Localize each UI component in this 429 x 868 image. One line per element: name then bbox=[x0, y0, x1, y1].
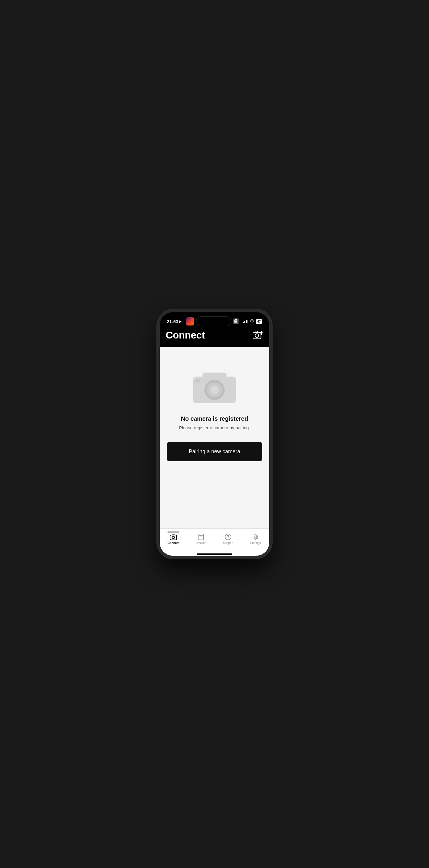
svg-rect-9 bbox=[203, 373, 227, 378]
svg-point-15 bbox=[172, 536, 175, 539]
header: Connect bbox=[160, 327, 269, 347]
tab-settings[interactable]: Settings bbox=[242, 532, 269, 545]
svg-rect-13 bbox=[195, 379, 200, 382]
svg-rect-5 bbox=[255, 331, 257, 333]
tab-active-indicator bbox=[168, 532, 179, 532]
wifi-icon bbox=[250, 319, 254, 324]
settings-icon bbox=[252, 533, 259, 540]
support-icon bbox=[225, 533, 232, 540]
pair-camera-button[interactable]: Pairing a new camera bbox=[167, 442, 262, 461]
status-center bbox=[186, 316, 239, 327]
tab-settings-label: Settings bbox=[250, 541, 261, 545]
home-indicator bbox=[160, 553, 269, 556]
svg-point-4 bbox=[255, 334, 259, 337]
svg-point-21 bbox=[228, 538, 228, 539]
svg-point-22 bbox=[255, 536, 257, 538]
svg-point-12 bbox=[210, 385, 219, 394]
add-camera-button[interactable] bbox=[253, 331, 263, 340]
no-camera-subtitle: Please register a camera by pairing. bbox=[179, 425, 250, 430]
connect-camera-icon bbox=[170, 533, 177, 540]
tab-connect-label: Connect bbox=[168, 541, 179, 545]
tab-support-label: Support bbox=[223, 541, 233, 545]
status-time: 21:53 ▶ bbox=[167, 319, 182, 324]
no-camera-title: No camera is registered bbox=[181, 415, 248, 422]
svg-rect-2 bbox=[235, 320, 237, 322]
battery-widget bbox=[233, 318, 239, 324]
no-camera-illustration bbox=[188, 365, 241, 406]
status-bar: 21:53 ▶ bbox=[160, 312, 269, 327]
timeline-icon bbox=[197, 533, 204, 540]
app-icon bbox=[186, 317, 194, 326]
dynamic-island bbox=[196, 316, 231, 327]
location-arrow-icon: ▶ bbox=[179, 320, 182, 323]
home-indicator-bar bbox=[197, 553, 232, 555]
battery-icon: 47 bbox=[256, 319, 262, 324]
tab-timeline[interactable]: Timeline bbox=[187, 532, 215, 545]
svg-point-23 bbox=[254, 535, 257, 539]
page-title: Connect bbox=[166, 329, 205, 341]
main-content: No camera is registered Please register … bbox=[160, 347, 269, 528]
svg-rect-14 bbox=[170, 535, 177, 540]
status-icons: 47 bbox=[243, 319, 262, 324]
signal-bars-icon bbox=[243, 319, 248, 323]
phone-frame: 21:53 ▶ bbox=[157, 309, 272, 559]
tab-timeline-label: Timeline bbox=[195, 541, 206, 545]
tab-support[interactable]: Support bbox=[214, 532, 242, 545]
tab-connect[interactable]: Connect bbox=[160, 532, 187, 545]
tab-bar: Connect Timeline Support bbox=[160, 528, 269, 553]
time-display: 21:53 bbox=[167, 319, 178, 324]
